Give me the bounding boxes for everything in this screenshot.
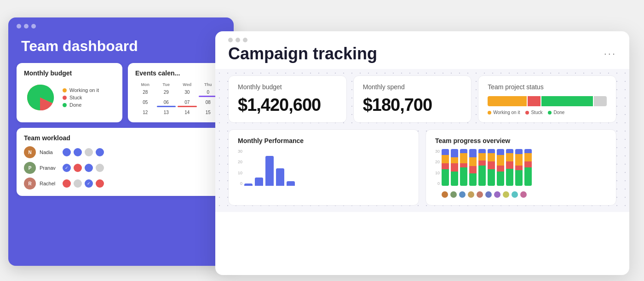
seg-green-10: [524, 167, 532, 186]
seg-blue-10: [524, 149, 532, 153]
seg-green-8: [506, 169, 513, 186]
monthly-budget-kpi-label: Monthly budget: [238, 83, 337, 91]
front-dot-2: [236, 38, 240, 42]
tiny-avatar-5: [477, 191, 483, 198]
rachel-dot-4: [96, 179, 104, 188]
y-label-20: 20: [238, 160, 242, 164]
seg-blue-9: [515, 149, 523, 154]
seg-blue-8: [506, 149, 513, 153]
tiny-avatar-8: [503, 191, 509, 198]
window-controls: [8, 17, 234, 33]
seg-orange-5: [478, 153, 486, 161]
pranav-dot-1: ✓: [63, 164, 71, 172]
stacked-bars-container: [442, 149, 607, 186]
workload-row-nadia: N Nadia: [24, 146, 218, 158]
progress-y-30: 30: [435, 149, 440, 154]
front-window-controls: [228, 38, 247, 42]
cal-cell-30: 30: [177, 89, 197, 98]
calendar-grid: Mon Tue Wed Thu 28 29 30 0 05 06: [135, 81, 218, 116]
seg-orange-1: [442, 155, 449, 163]
events-calendar-label: Events calen...: [135, 69, 218, 77]
progress-y-axis: 30 20 10 0: [435, 149, 440, 186]
progress-y-10: 10: [435, 171, 440, 175]
team-dashboard-content: Monthly budget: [8, 63, 234, 196]
seg-orange-4: [469, 157, 477, 166]
status-legend-working-dot: [488, 111, 491, 115]
nadia-dot-2: [74, 148, 82, 156]
bar-col-5: [287, 181, 295, 186]
cal-cell-06: 06: [156, 99, 177, 108]
status-legend-done: Done: [548, 110, 564, 115]
legend-done-dot: [63, 103, 67, 107]
seg-green-1: [442, 169, 449, 186]
project-status-bar: [488, 96, 607, 106]
seg-green-4: [469, 173, 477, 186]
cal-cell-13: 13: [156, 109, 177, 116]
monthly-performance-chart-card: Monthly Performance 30 20 10 0: [228, 129, 419, 206]
cal-cell-05: 05: [135, 99, 155, 108]
seg-green-9: [515, 170, 523, 186]
avatar-pranav: P: [24, 162, 36, 174]
cal-header-tue: Tue: [156, 81, 177, 88]
workload-row-rachel: R Rachel ✓: [24, 178, 218, 189]
monthly-spend-kpi-value: $180,700: [363, 95, 462, 115]
monthly-performance-title: Monthly Performance: [238, 137, 409, 144]
budget-pie-chart: [24, 81, 56, 114]
team-workload-card: Team workload N Nadia P Pranav ✓: [17, 128, 225, 196]
legend-done-label: Done: [69, 102, 81, 108]
cal-cell-12: 12: [135, 109, 155, 116]
seg-orange-6: [488, 153, 495, 161]
stacked-bar-2: [451, 149, 458, 186]
tiny-avatar-2: [450, 191, 457, 198]
status-legend-stuck: Stuck: [525, 110, 542, 115]
progress-y-20: 20: [435, 160, 440, 164]
legend-stuck-label: Stuck: [69, 95, 82, 100]
seg-green-6: [488, 169, 495, 186]
stacked-bar-4: [469, 149, 477, 186]
project-status-legend: Working on it Stuck Done: [488, 110, 607, 115]
seg-red-6: [488, 161, 495, 170]
rachel-dot-1: [63, 179, 71, 188]
bar-1: [244, 184, 253, 186]
dot-1: [17, 24, 21, 29]
bar-col-4: [276, 168, 284, 186]
tiny-avatar-10: [520, 191, 527, 198]
bar-4: [276, 168, 284, 186]
tiny-avatar-7: [494, 191, 500, 198]
tiny-avatar-6: [485, 191, 492, 198]
legend-done: Done: [63, 102, 99, 108]
monthly-budget-kpi-value: $1,420,600: [238, 95, 337, 115]
seg-orange-8: [506, 153, 513, 161]
stacked-bar-8: [506, 149, 513, 186]
rachel-status-dots: ✓: [63, 179, 104, 188]
dots-menu[interactable]: ···: [604, 44, 616, 60]
monthly-budget-mini-card: Monthly budget: [17, 63, 122, 122]
name-rachel: Rachel: [40, 181, 59, 186]
status-legend-done-dot: [548, 111, 552, 115]
monthly-spend-kpi-card: Monthly spend $180,700: [353, 75, 472, 123]
status-bar-working: [488, 96, 526, 106]
avatar-rachel: R: [24, 178, 36, 189]
bar-col-3: [265, 156, 274, 186]
seg-blue-6: [488, 149, 495, 153]
seg-blue-7: [497, 149, 504, 155]
legend-stuck-dot: [63, 96, 67, 100]
cal-cell-29: 29: [156, 89, 177, 98]
seg-green-3: [460, 167, 467, 186]
monthly-budget-mini-label: Monthly budget: [24, 69, 115, 77]
stacked-bar-5: [478, 149, 486, 186]
bar-col-2: [255, 178, 263, 186]
progress-chart-area: [442, 149, 607, 198]
name-nadia: Nadia: [40, 149, 59, 155]
seg-blue-2: [451, 149, 458, 157]
legend-stuck: Stuck: [63, 95, 99, 100]
dot-2: [24, 24, 29, 29]
y-label-30: 30: [238, 149, 242, 154]
name-pranav: Pranav: [40, 165, 59, 171]
seg-orange-10: [524, 153, 532, 161]
cal-cell-14: 14: [177, 109, 197, 116]
dot-3: [31, 24, 36, 29]
seg-red-8: [506, 161, 513, 169]
budget-card-inner: Working on it Stuck Done: [24, 81, 115, 114]
bar-3: [265, 156, 274, 186]
